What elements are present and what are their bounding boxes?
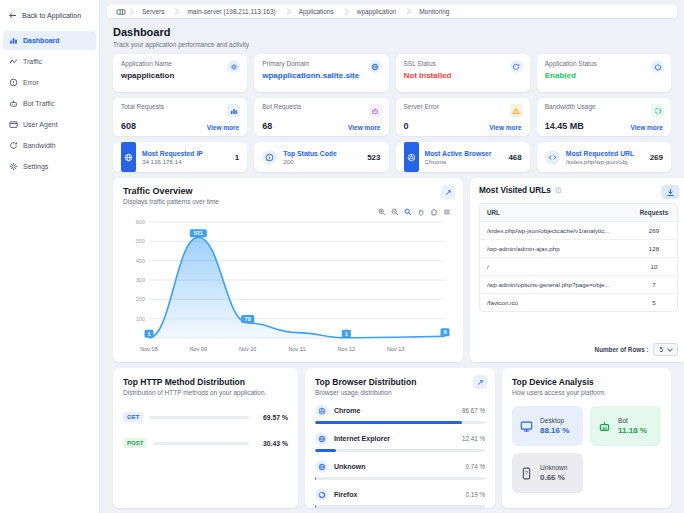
table-row: / 10	[480, 257, 677, 275]
breadcrumb-servers[interactable]: Servers	[135, 8, 171, 15]
power-icon[interactable]	[651, 60, 664, 73]
charts-row: Traffic Overview Displays traffic patter…	[107, 178, 677, 362]
browser-bar-fill	[315, 477, 316, 480]
svg-text:100: 100	[136, 316, 145, 322]
table-row: /index.php/wp-json/objectcache/v1/analyt…	[480, 221, 677, 239]
card-title: Bandwidth Usage	[545, 103, 663, 110]
post-percent: 30.43 %	[255, 440, 288, 447]
application-name-value: wpapplication	[121, 71, 239, 80]
breadcrumb-chevron-icon	[127, 8, 134, 15]
sidebar-item-bandwidth[interactable]: Bandwidth	[3, 136, 96, 155]
primary-domain-card: Primary Domain wpapplicationn.salite.sit…	[254, 54, 388, 92]
sidebar-item-label: User Agent	[23, 121, 58, 128]
browser-name: Internet Explorer	[334, 435, 390, 442]
requests-cell: 10	[638, 263, 670, 270]
refresh-icon[interactable]	[510, 60, 523, 73]
traffic-overview-panel: Traffic Overview Displays traffic patter…	[113, 178, 463, 362]
expand-icon[interactable]: ↗	[441, 185, 455, 199]
most-active-browser-card: Most Active Browser Chrome 468	[396, 142, 530, 172]
ip-count: 1	[235, 153, 239, 162]
sidebar: Back to Application Dashboard Traffic Er…	[0, 0, 100, 513]
menu-icon[interactable]	[443, 208, 451, 216]
internet-explorer-icon	[315, 432, 328, 445]
browser-percent: 12.41 %	[462, 435, 485, 442]
panel-title: Top HTTP Method Distribution	[123, 377, 288, 387]
device-name: Desktop	[540, 417, 569, 424]
breadcrumb-chevron-icon	[342, 8, 349, 15]
urls-table: URL Requests /index.php/wp-json/objectca…	[479, 203, 678, 312]
sidebar-item-label: Dashboard	[23, 37, 60, 44]
traffic-icon	[9, 57, 18, 66]
total-requests-card: Total Requests 608 View more	[113, 98, 247, 136]
bottom-row: Top HTTP Method Distribution Distributio…	[107, 368, 677, 508]
browser-name: Chrome	[334, 407, 360, 414]
card-title: Most Requested URL	[566, 150, 634, 157]
download-button[interactable]	[661, 185, 679, 199]
svg-text:Nov 12: Nov 12	[338, 346, 355, 352]
expand-icon[interactable]: ↗	[473, 375, 487, 389]
traffic-area-chart[interactable]: 600500400300200100Nov 08Nov 09Nov 10Nov …	[123, 212, 453, 358]
primary-domain-link[interactable]: wpapplicationn.salite.site	[262, 71, 380, 80]
column-url: URL	[487, 209, 500, 216]
panel-subtitle: Browser usage distribution	[315, 389, 485, 396]
view-more-link[interactable]: View more	[348, 124, 380, 131]
home-icon[interactable]	[430, 208, 438, 216]
server-error-card: Server Error 0 View more	[396, 98, 530, 136]
browser-row: Internet Explorer 12.41 %	[315, 432, 485, 452]
http-method-panel: Top HTTP Method Distribution Distributio…	[113, 368, 298, 508]
rows-footer: Number of Rows : 5	[595, 343, 678, 356]
rows-value: 5	[659, 346, 663, 353]
application-status-value: Enabled	[545, 71, 663, 80]
url-cell: /	[487, 263, 489, 270]
view-more-link[interactable]: View more	[631, 124, 663, 131]
browser-bar-track	[315, 477, 485, 480]
sidebar-item-error[interactable]: Error	[3, 73, 96, 92]
panel-subtitle: How users access your platform	[512, 389, 661, 396]
dashboard-icon	[9, 36, 18, 45]
stat-cards-row: Total Requests 608 View more Bot Request…	[107, 98, 677, 136]
view-more-link[interactable]: View more	[489, 124, 521, 131]
sidebar-item-traffic[interactable]: Traffic	[3, 52, 96, 71]
info-circle-icon	[262, 150, 277, 165]
sidebar-item-bot-traffic[interactable]: Bot Traffic	[3, 94, 96, 113]
requests-cell: 269	[638, 227, 670, 234]
info-icon[interactable]	[555, 187, 562, 194]
view-more-link[interactable]: View more	[207, 124, 239, 131]
status-code-count: 523	[367, 153, 380, 162]
sidebar-item-dashboard[interactable]: Dashboard	[3, 31, 96, 50]
breadcrumb-server[interactable]: main-server (198.211.113.163)	[180, 8, 282, 15]
zoom-out-icon[interactable]	[391, 208, 399, 216]
server-error-value: 0	[404, 121, 409, 131]
bot-requests-value: 68	[262, 121, 272, 131]
get-bar-track	[149, 416, 249, 419]
breadcrumb-monitoring[interactable]: Monitoring	[412, 8, 456, 15]
url-cell: /wp-admin/admin-ajax.php	[487, 245, 560, 252]
method-row-get: GET 69.57 %	[123, 412, 288, 422]
gear-icon	[9, 162, 18, 171]
top-cards-row: Most Requested IP 34.136.176.14 1 Top St…	[107, 142, 677, 172]
selection-zoom-icon[interactable]	[404, 208, 412, 216]
chevron-down-icon	[667, 346, 673, 352]
back-to-application-link[interactable]: Back to Application	[0, 7, 99, 24]
zoom-in-icon[interactable]	[378, 208, 386, 216]
pan-icon[interactable]	[417, 208, 425, 216]
breadcrumb-applications[interactable]: Applications	[292, 8, 341, 15]
browser-row: Firefox 0.19 %	[315, 488, 485, 508]
browser-count: 468	[508, 153, 521, 162]
chrome-icon	[315, 404, 328, 417]
rows-label: Number of Rows :	[595, 346, 649, 353]
total-requests-value: 608	[121, 121, 136, 131]
code-icon	[545, 150, 560, 165]
robot-icon	[598, 420, 611, 433]
application-status-card: Application Status Enabled	[537, 54, 671, 92]
rows-per-page-select[interactable]: 5	[653, 343, 678, 356]
most-requested-ip-card: Most Requested IP 34.136.176.14 1	[113, 142, 247, 172]
sidebar-item-user-agent[interactable]: User Agent	[3, 115, 96, 134]
breadcrumb-application[interactable]: wpapplication	[350, 8, 403, 15]
page-subtitle: Track your application performance and a…	[113, 41, 671, 48]
device-name: Bot	[618, 417, 647, 424]
panel-subtitle: Distribution of HTTP methods on your app…	[123, 389, 288, 396]
browser-bar-track	[315, 505, 485, 508]
get-percent: 69.57 %	[255, 414, 288, 421]
sidebar-item-settings[interactable]: Settings	[3, 157, 96, 176]
